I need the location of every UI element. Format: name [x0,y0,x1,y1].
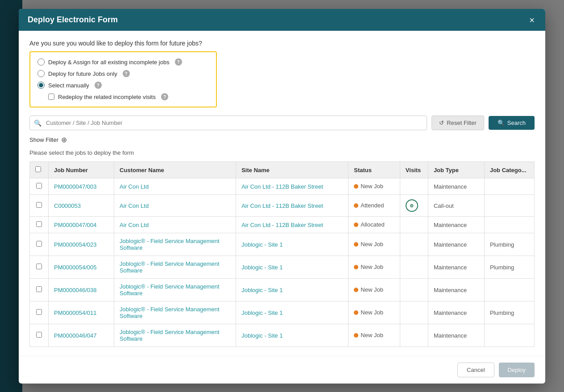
modal-close-button[interactable]: × [527,16,536,25]
cell-customer: Joblogic® - Field Service Management Sof… [114,279,236,301]
job-number-link[interactable]: PM0000047/003 [54,183,96,190]
cell-visits: ⚙ [400,195,428,217]
row-checkbox[interactable] [36,332,42,338]
cell-visits [400,217,428,233]
option-all[interactable]: Deploy & Assign for all existing incompl… [37,58,209,66]
row-checkbox[interactable] [36,286,42,292]
row-checkbox[interactable] [36,183,42,189]
redeploy-label: Redeploy the related incomplete visits [58,94,156,100]
row-checkbox-cell [30,217,49,233]
site-link[interactable]: Joblogic - Site 1 [241,332,283,339]
search-input[interactable] [29,116,427,130]
cell-job-number: PM0000054/005 [49,256,114,279]
customer-link[interactable]: Joblogic® - Field Service Management Sof… [120,329,219,342]
status-badge: New Job [361,309,383,316]
table-row: C0000053Air Con LtdAir Con Ltd - 112B Ba… [30,195,535,217]
site-link[interactable]: Joblogic - Site 1 [241,287,283,293]
site-link[interactable]: Joblogic - Site 1 [241,264,283,271]
cell-status: Allocated [348,217,400,233]
cell-site: Joblogic - Site 1 [236,256,348,279]
status-badge: Allocated [361,221,384,228]
th-checkbox [30,162,49,178]
row-checkbox-cell [30,178,49,195]
cancel-button[interactable]: Cancel [457,363,494,377]
status-badge: New Job [361,183,383,190]
deploy-options-box: Deploy & Assign for all existing incompl… [29,51,217,107]
table-row: PM0000054/011Joblogic® - Field Service M… [30,301,535,324]
modal-overlay: Deploy Electronic Form × Are you sure yo… [0,0,564,392]
cell-job-type: Maintenance [428,233,484,256]
cell-job-type: Maintenance [428,324,484,347]
redeploy-checkbox-option[interactable]: Redeploy the related incomplete visits ? [48,93,209,100]
site-link[interactable]: Joblogic - Site 1 [241,241,283,248]
reset-icon: ↺ [439,120,444,126]
customer-link[interactable]: Joblogic® - Field Service Management Sof… [120,260,219,274]
cell-job-category [484,178,534,195]
help-icon-manual[interactable]: ? [95,82,102,89]
site-link[interactable]: Air Con Ltd - 112B Baker Street [241,183,323,190]
cell-customer: Joblogic® - Field Service Management Sof… [114,256,236,279]
customer-link[interactable]: Joblogic® - Field Service Management Sof… [120,238,219,251]
job-number-link[interactable]: C0000053 [54,202,81,209]
row-checkbox[interactable] [36,221,42,227]
customer-link[interactable]: Air Con Ltd [120,183,149,190]
cell-job-number: C0000053 [49,195,114,217]
option-manual[interactable]: Select manually ? [37,82,209,89]
job-number-link[interactable]: PM0000047/004 [54,222,96,228]
select-all-checkbox[interactable] [35,166,41,172]
cell-site: Joblogic - Site 1 [236,233,348,256]
customer-link[interactable]: Joblogic® - Field Service Management Sof… [120,283,219,297]
customer-link[interactable]: Air Con Ltd [120,202,149,209]
site-link[interactable]: Joblogic - Site 1 [241,309,283,316]
modal-header: Deploy Electronic Form × [19,9,545,31]
cell-site: Joblogic - Site 1 [236,301,348,324]
redeploy-checkbox[interactable] [48,94,54,100]
deploy-button[interactable]: Deploy [499,363,535,377]
cell-visits [400,324,428,347]
radio-all[interactable] [37,58,45,66]
customer-link[interactable]: Joblogic® - Field Service Management Sof… [120,306,219,319]
help-icon-all[interactable]: ? [175,58,182,66]
search-input-icon: 🔍 [34,120,41,127]
help-icon-redeploy[interactable]: ? [161,93,168,100]
row-checkbox[interactable] [36,202,42,208]
radio-manual[interactable] [37,82,45,89]
show-filter-toggle[interactable]: Show Filter ⊕ [29,136,535,144]
cell-site: Air Con Ltd - 112B Baker Street [236,178,348,195]
row-checkbox[interactable] [36,309,42,315]
row-checkbox-cell [30,256,49,279]
customer-link[interactable]: Air Con Ltd [120,222,149,228]
option-manual-label: Select manually [48,82,89,89]
job-number-link[interactable]: PM0000054/005 [54,264,96,271]
cell-customer: Air Con Ltd [114,178,236,195]
cell-status: New Job [348,256,400,279]
job-number-link[interactable]: PM0000054/023 [54,241,96,248]
row-checkbox[interactable] [36,264,42,269]
job-number-link[interactable]: PM0000046/047 [54,332,96,339]
cell-job-type: Maintenance [428,279,484,301]
search-button[interactable]: 🔍 Search [489,116,535,130]
job-number-link[interactable]: PM0000054/011 [54,309,96,316]
radio-future[interactable] [37,70,45,77]
cell-visits [400,301,428,324]
option-future[interactable]: Deploy for future Jobs only ? [37,70,209,77]
cell-customer: Joblogic® - Field Service Management Sof… [114,233,236,256]
jobs-table: Job Number Customer Name Site Name Statu… [29,161,535,347]
th-customer: Customer Name [114,162,236,178]
status-badge: New Job [361,332,383,338]
site-link[interactable]: Air Con Ltd - 112B Baker Street [241,222,323,228]
cell-job-number: PM0000054/023 [49,233,114,256]
job-number-link[interactable]: PM0000046/038 [54,287,96,293]
visits-icon: ⚙ [406,199,418,212]
reset-filter-button[interactable]: ↺ Reset Filter [431,116,484,130]
cell-job-category [484,195,534,217]
row-checkbox[interactable] [36,241,42,247]
th-status: Status [348,162,400,178]
search-icon: 🔍 [498,120,505,126]
site-link[interactable]: Air Con Ltd - 112B Baker Street [241,202,323,209]
cell-customer: Air Con Ltd [114,195,236,217]
cell-visits [400,233,428,256]
cell-site: Joblogic - Site 1 [236,279,348,301]
table-row: PM0000047/004Air Con LtdAir Con Ltd - 11… [30,217,535,233]
help-icon-future[interactable]: ? [123,70,130,77]
